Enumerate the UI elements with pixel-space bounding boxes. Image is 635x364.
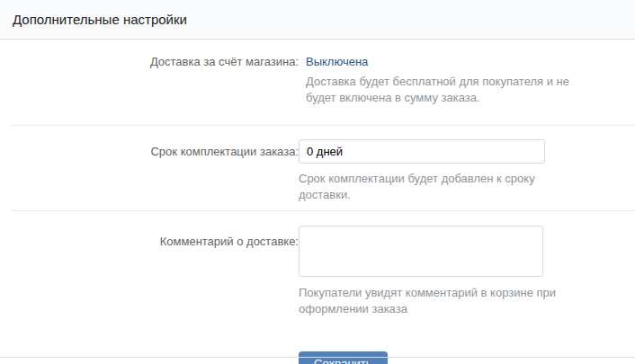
assembly-term-input[interactable] — [299, 139, 545, 164]
panel-header: Дополнительные настройки — [0, 0, 635, 40]
row-assembly-term: Срок комплектации заказа: Срок комплекта… — [0, 126, 635, 210]
row-delivery-at-store-expense: Доставка за счёт магазина: Выключена Дос… — [0, 40, 635, 125]
assembly-term-label: Срок комплектации заказа: — [0, 139, 299, 203]
delivery-hint: Доставка будет бесплатной для покупателя… — [306, 74, 586, 106]
delivery-at-store-expense-label: Доставка за счёт магазина: — [0, 55, 299, 106]
delivery-status-toggle-link[interactable]: Выключена — [306, 55, 368, 68]
delivery-comment-textarea[interactable] — [299, 226, 543, 277]
footer-actions: Сохранить — [0, 351, 635, 364]
bottom-divider — [0, 357, 635, 358]
additional-settings-panel: Дополнительные настройки Доставка за счё… — [0, 0, 635, 364]
delivery-comment-label: Комментарий о доставке: — [0, 226, 299, 317]
page-title: Дополнительные настройки — [13, 12, 187, 27]
assembly-term-hint: Срок комплектации будет добавлен к сроку… — [299, 171, 579, 203]
save-button[interactable]: Сохранить — [299, 351, 388, 364]
row-delivery-comment: Комментарий о доставке: Покупатели увидя… — [0, 211, 635, 324]
delivery-comment-value-cell: Покупатели увидят комментарий в корзине … — [299, 226, 635, 317]
assembly-term-value-cell: Срок комплектации будет добавлен к сроку… — [299, 139, 635, 203]
delivery-comment-hint: Покупатели увидят комментарий в корзине … — [299, 285, 579, 317]
delivery-at-store-expense-value-cell: Выключена Доставка будет бесплатной для … — [299, 55, 635, 106]
